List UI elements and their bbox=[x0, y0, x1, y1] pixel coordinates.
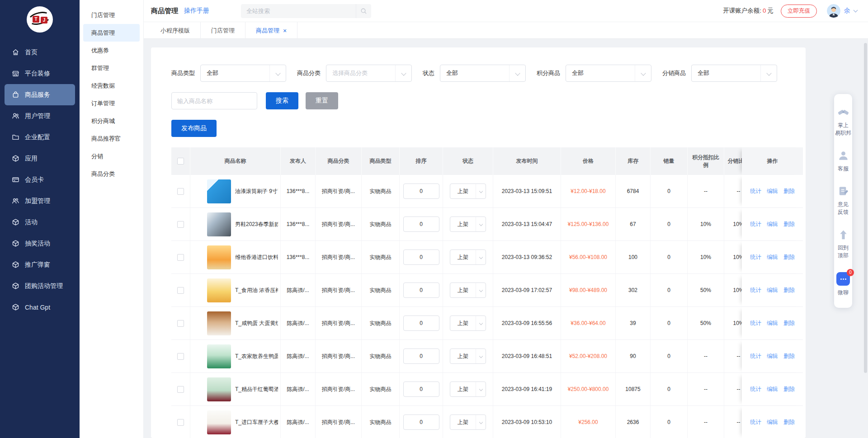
status-select[interactable]: 上架 bbox=[450, 414, 486, 430]
row-checkbox[interactable] bbox=[177, 386, 184, 393]
stats-link[interactable]: 统计 bbox=[750, 254, 761, 261]
row-checkbox[interactable] bbox=[177, 188, 184, 195]
toolbar-item-customer-service[interactable]: 客服 bbox=[837, 150, 849, 173]
status-select[interactable]: 上架 bbox=[450, 184, 486, 199]
edit-link[interactable]: 编辑 bbox=[767, 221, 778, 228]
edit-link[interactable]: 编辑 bbox=[767, 320, 778, 327]
toolbar-item-back-to-top[interactable]: 回到 顶部 bbox=[837, 229, 849, 259]
sort-input[interactable] bbox=[403, 349, 439, 364]
global-search-input[interactable] bbox=[241, 8, 356, 14]
select-all-checkbox[interactable] bbox=[177, 158, 184, 165]
status-select[interactable]: 上架 bbox=[450, 316, 486, 331]
sidebar-item-promo-popup[interactable]: 推广弹窗 bbox=[0, 254, 80, 275]
status-select[interactable]: 上架 bbox=[450, 381, 486, 397]
stats-link[interactable]: 统计 bbox=[750, 287, 761, 294]
tab-miniprogram-template[interactable]: 小程序模版 bbox=[150, 22, 201, 39]
topbar: 商品管理 操作手册 开课账户余额:0元 立即充值 余 bbox=[144, 0, 868, 22]
toolbar-item-wechat[interactable]: 0 微聊 bbox=[836, 272, 850, 297]
reset-button[interactable]: 重置 bbox=[306, 92, 338, 109]
status-select[interactable]: 上架 bbox=[450, 283, 486, 298]
delete-link[interactable]: 删除 bbox=[783, 254, 795, 261]
edit-link[interactable]: 编辑 bbox=[767, 254, 778, 261]
sidebar-item-group-buy[interactable]: 团购活动管理 bbox=[0, 275, 80, 297]
sidebar-item-enterprise-config[interactable]: 企业配置 bbox=[0, 127, 80, 148]
row-checkbox[interactable] bbox=[177, 254, 184, 261]
status-select[interactable]: 上架 bbox=[450, 250, 486, 265]
stats-link[interactable]: 统计 bbox=[750, 188, 761, 195]
delete-link[interactable]: 删除 bbox=[783, 320, 795, 327]
stats-link[interactable]: 统计 bbox=[750, 386, 761, 393]
submenu-item-group-management[interactable]: 群管理 bbox=[83, 59, 140, 77]
sort-input[interactable] bbox=[403, 283, 439, 298]
product-category-select[interactable]: 选择商品分类 bbox=[326, 65, 412, 82]
recharge-button[interactable]: 立即充值 bbox=[781, 5, 817, 18]
stats-link[interactable]: 统计 bbox=[750, 221, 761, 228]
submenu-item-product-management[interactable]: 商品管理 bbox=[83, 24, 140, 42]
edit-link[interactable]: 编辑 bbox=[767, 386, 778, 393]
category-cell: 招商引资/商... bbox=[316, 175, 362, 207]
tab-store-management[interactable]: 门店管理 bbox=[201, 22, 245, 39]
sidebar-item-product-service[interactable]: 商品服务 bbox=[5, 84, 75, 105]
search-icon[interactable] bbox=[356, 4, 371, 18]
sidebar-item-membership-card[interactable]: 会员卡 bbox=[0, 169, 80, 190]
sort-input[interactable] bbox=[403, 217, 439, 232]
publish-product-button[interactable]: 发布商品 bbox=[171, 120, 217, 137]
delete-link[interactable]: 删除 bbox=[783, 353, 795, 360]
row-checkbox[interactable] bbox=[177, 320, 184, 327]
submenu-item-coupons[interactable]: 优惠券 bbox=[83, 42, 140, 59]
stats-link[interactable]: 统计 bbox=[750, 353, 761, 360]
row-checkbox[interactable] bbox=[177, 287, 184, 294]
row-checkbox[interactable] bbox=[177, 221, 184, 228]
sidebar-item-franchise[interactable]: 加盟管理 bbox=[0, 190, 80, 212]
product-name-input[interactable] bbox=[171, 92, 257, 109]
submenu-item-store-management[interactable]: 门店管理 bbox=[83, 6, 140, 24]
submenu-item-product-category[interactable]: 商品分类 bbox=[83, 165, 140, 183]
edit-link[interactable]: 编辑 bbox=[767, 353, 778, 360]
sidebar-item-user-management[interactable]: 用户管理 bbox=[0, 105, 80, 127]
sidebar-item-activities[interactable]: 活动 bbox=[0, 212, 80, 233]
sidebar-item-home[interactable]: 首页 bbox=[0, 42, 80, 63]
manual-link[interactable]: 操作手册 bbox=[184, 7, 209, 15]
sort-input[interactable] bbox=[403, 381, 439, 397]
delete-link[interactable]: 删除 bbox=[783, 287, 795, 294]
username[interactable]: 余 bbox=[844, 7, 850, 15]
sidebar-item-chatgpt[interactable]: Chat Gpt bbox=[0, 297, 80, 318]
chevron-down-icon[interactable] bbox=[854, 8, 858, 13]
product-type-select[interactable]: 全部 bbox=[200, 65, 286, 82]
stats-link[interactable]: 统计 bbox=[750, 419, 761, 426]
page-scrollbar[interactable] bbox=[864, 43, 867, 373]
delete-link[interactable]: 删除 bbox=[783, 188, 795, 195]
delete-link[interactable]: 删除 bbox=[783, 221, 795, 228]
search-button[interactable]: 搜索 bbox=[266, 92, 298, 109]
sort-input[interactable] bbox=[403, 184, 439, 199]
edit-link[interactable]: 编辑 bbox=[767, 419, 778, 426]
stats-link[interactable]: 统计 bbox=[750, 320, 761, 327]
close-tab-icon[interactable]: × bbox=[283, 28, 287, 34]
sidebar-item-platform-decor[interactable]: 平台装修 bbox=[0, 63, 80, 84]
submenu-item-points-mall[interactable]: 积分商城 bbox=[83, 112, 140, 130]
points-product-select[interactable]: 全部 bbox=[566, 65, 651, 82]
submenu-item-distribution[interactable]: 分销 bbox=[83, 147, 140, 165]
user-avatar[interactable] bbox=[827, 4, 840, 18]
submenu-item-recommender[interactable]: 商品推荐官 bbox=[83, 130, 140, 147]
sidebar-item-lottery[interactable]: 抽奖活动 bbox=[0, 233, 80, 254]
row-checkbox[interactable] bbox=[177, 353, 184, 360]
tab-product-management[interactable]: 商品管理 × bbox=[245, 22, 297, 39]
sort-input[interactable] bbox=[403, 316, 439, 331]
submenu-item-business-data[interactable]: 经营数据 bbox=[83, 77, 140, 94]
distribution-product-select[interactable]: 全部 bbox=[691, 65, 777, 82]
sort-input[interactable] bbox=[403, 250, 439, 265]
delete-link[interactable]: 删除 bbox=[783, 419, 795, 426]
sidebar-item-apps[interactable]: 应用 bbox=[0, 148, 80, 169]
status-select[interactable]: 上架 bbox=[450, 217, 486, 232]
toolbar-item-feedback[interactable]: 意见 反馈 bbox=[837, 185, 849, 216]
toolbar-item-app[interactable]: 掌上 易职邦 bbox=[835, 106, 851, 137]
edit-link[interactable]: 编辑 bbox=[767, 188, 778, 195]
delete-link[interactable]: 删除 bbox=[783, 386, 795, 393]
edit-link[interactable]: 编辑 bbox=[767, 287, 778, 294]
status-select[interactable]: 上架 bbox=[450, 349, 486, 364]
submenu-item-order-management[interactable]: 订单管理 bbox=[83, 94, 140, 112]
status-filter-select[interactable]: 全部 bbox=[440, 65, 526, 82]
row-checkbox[interactable] bbox=[177, 419, 184, 426]
sort-input[interactable] bbox=[403, 414, 439, 430]
